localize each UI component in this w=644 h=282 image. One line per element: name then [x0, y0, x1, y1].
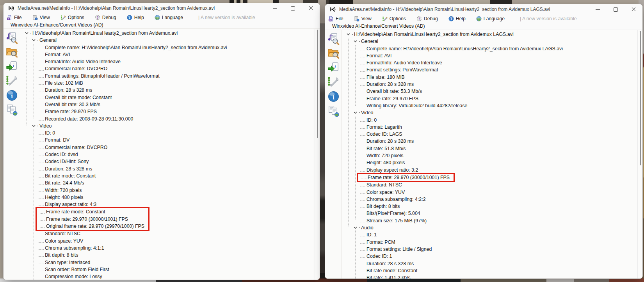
- tree-leaf-row[interactable]: Format/Info: Audio Video Interleave: [345, 59, 642, 66]
- tree-leaf-row[interactable]: Writing library: VirtualDub2 build 44282…: [345, 102, 642, 109]
- tree-branch-row[interactable]: General: [23, 37, 320, 44]
- update-notice[interactable]: | A new version is available: [198, 15, 255, 20]
- chevron-down-icon[interactable]: [25, 32, 29, 34]
- open-folder-icon[interactable]: [327, 46, 340, 60]
- tree-leaf-row[interactable]: Codec ID: 1: [345, 253, 642, 260]
- menu-language[interactable]: Language: [155, 15, 183, 20]
- tree-leaf-row[interactable]: Bit rate mode: Constant: [23, 172, 320, 179]
- tree-leaf-row[interactable]: Commercial name: DVCPRO: [23, 144, 320, 151]
- export-info-icon[interactable]: i: [327, 61, 340, 74]
- scrollbar-thumb[interactable]: [317, 30, 318, 138]
- menu-file[interactable]: File: [7, 15, 22, 20]
- tree-branch-row[interactable]: H:\Videohelp\Alan Romain\LinusHearty2_se…: [23, 30, 320, 37]
- export-info-icon[interactable]: i: [5, 60, 18, 73]
- tree-leaf-row[interactable]: Recorded date: 2008-09-28 09:11:30.000: [23, 115, 320, 122]
- tree-leaf-row[interactable]: Stream size: 175 MiB (97%): [345, 217, 642, 224]
- open-folder-icon[interactable]: [5, 45, 18, 59]
- tree-leaf-row[interactable]: Chroma subsampling: 4:2:2: [345, 196, 642, 203]
- tree-leaf-row[interactable]: Bit rate: 51.8 Mb/s: [345, 145, 642, 152]
- tree-leaf-row[interactable]: Duration: 28 s 328 ms: [23, 165, 320, 172]
- menu-debug[interactable]: ?Debug: [95, 15, 116, 20]
- tree-branch-row[interactable]: H:\Videohelp\Alan Romain\LinusHearty2_se…: [345, 31, 642, 38]
- tree-leaf-row[interactable]: Format: PCM: [345, 239, 642, 246]
- menu-debug[interactable]: ?Debug: [416, 16, 438, 21]
- tree-leaf-row[interactable]: Width: 720 pixels: [345, 152, 642, 159]
- menu-file[interactable]: File: [328, 16, 343, 21]
- tree-leaf-row[interactable]: Standard: NTSC: [23, 230, 320, 237]
- tree-leaf-row[interactable]: Chroma subsampling: 4:1:1: [23, 245, 320, 252]
- tree-leaf-row[interactable]: Compression mode: Lossy: [23, 273, 320, 280]
- tree-leaf-row[interactable]: Overall bit rate: 53.3 Mb/s: [345, 88, 642, 95]
- tree-branch-row[interactable]: Audio: [345, 224, 642, 231]
- tree-leaf-row[interactable]: Format: DV: [23, 137, 320, 144]
- tree-leaf-row[interactable]: Duration: 28 s 328 ms: [345, 138, 642, 145]
- ad-link[interactable]: Winxvideo AI-Enhance/Convert Videos (AD): [4, 22, 320, 29]
- tree-leaf-row[interactable]: Bit depth: 8 bits: [345, 203, 642, 210]
- tree-leaf-row[interactable]: Codec ID: LAGS: [345, 131, 642, 138]
- menu-help[interactable]: iHelp: [127, 15, 144, 20]
- menu-view[interactable]: View: [32, 15, 50, 20]
- about-icon[interactable]: i: [5, 89, 18, 102]
- tree-leaf-row[interactable]: Width: 720 pixels: [23, 187, 320, 194]
- title-bar[interactable]: MediaArea.net/MediaInfo - H:\Videohelp\A…: [325, 4, 642, 14]
- tree-leaf-row[interactable]: Overall bit rate mode: Constant: [23, 94, 320, 101]
- scrollbar-thumb[interactable]: [640, 31, 641, 165]
- chevron-down-icon[interactable]: [32, 39, 36, 41]
- chevron-down-icon[interactable]: [354, 112, 358, 114]
- tree-leaf-row[interactable]: Bits/(Pixel*Frame): 5.004: [345, 210, 642, 217]
- ad-link[interactable]: Winxvideo AI-Enhance/Convert Videos (AD): [325, 23, 642, 30]
- maximize-button[interactable]: [284, 3, 302, 13]
- preferences-icon[interactable]: [5, 74, 18, 87]
- tree-leaf-row[interactable]: Format/Info: Audio Video Interleave: [23, 58, 320, 65]
- update-notice[interactable]: | A new version is available: [520, 16, 576, 21]
- tree-leaf-row[interactable]: Codec ID: dvsd: [23, 151, 320, 158]
- tree-leaf-row[interactable]: Frame rate: 29.970 (30000/1001) FPS: [40, 216, 144, 223]
- vertical-scrollbar[interactable]: [637, 30, 642, 278]
- minimize-button[interactable]: [589, 4, 607, 14]
- tree-leaf-row[interactable]: Bit rate mode: Constant: [345, 267, 642, 274]
- copy-report-icon[interactable]: [5, 103, 18, 116]
- tree-leaf-row[interactable]: Standard: NTSC: [345, 181, 642, 188]
- menu-options[interactable]: Options: [60, 15, 84, 20]
- maximize-button[interactable]: [607, 4, 624, 14]
- tree-leaf-row[interactable]: Codec ID/Hint: Sony: [23, 158, 320, 165]
- tree-leaf-row[interactable]: ID: 0: [23, 129, 320, 137]
- tree-leaf-row[interactable]: Bit rate: 24.4 Mb/s: [23, 179, 320, 186]
- tree-leaf-row[interactable]: Format settings: PcmWaveformat: [345, 66, 642, 73]
- tree-leaf-row[interactable]: Format: AVI: [345, 52, 642, 59]
- tree-leaf-row[interactable]: Bit rate: 1 411.2 kb/s: [345, 274, 642, 278]
- about-icon[interactable]: i: [327, 90, 340, 103]
- close-button[interactable]: [302, 3, 320, 13]
- tree-leaf-row[interactable]: Format settings: BitmapInfoHeader / PcmW…: [23, 73, 320, 80]
- tree-leaf-row[interactable]: Overall bit rate: 30.3 Mb/s: [23, 101, 320, 108]
- tree-leaf-row[interactable]: Bit depth: 8 bits: [23, 252, 320, 259]
- tree-leaf-row[interactable]: Scan type: Interlaced: [23, 259, 320, 266]
- tree-leaf-row[interactable]: Complete name: H:\Videohelp\Alan Romain\…: [345, 45, 642, 52]
- vertical-scrollbar[interactable]: [315, 29, 320, 280]
- tree-leaf-row[interactable]: File size: 102 MiB: [23, 80, 320, 87]
- tree-branch-row[interactable]: Video: [23, 122, 320, 129]
- tree-leaf-row[interactable]: Color space: YUV: [23, 238, 320, 245]
- close-button[interactable]: [624, 4, 642, 14]
- chevron-down-icon[interactable]: [354, 40, 358, 43]
- tree-leaf-row[interactable]: Frame rate mode: Constant: [40, 208, 144, 215]
- minimize-button[interactable]: [266, 3, 284, 13]
- tree-leaf-row[interactable]: Frame rate: 29.970 FPS: [23, 108, 320, 115]
- tree-leaf-row[interactable]: Frame rate: 29.970 FPS: [345, 95, 642, 102]
- tree-leaf-row[interactable]: Duration: 28 s 328 ms: [345, 81, 642, 88]
- chevron-down-icon[interactable]: [347, 33, 351, 35]
- open-file-icon[interactable]: [5, 31, 18, 44]
- tree-leaf-row[interactable]: Original frame rate: 29.970 (29970/1000)…: [40, 223, 144, 230]
- tree-branch-row[interactable]: Video: [345, 109, 642, 116]
- tree-leaf-row[interactable]: File size: 180 MiB: [345, 74, 642, 81]
- tree-leaf-row[interactable]: Complete name: H:\Videohelp\Alan Romain\…: [23, 44, 320, 51]
- chevron-down-icon[interactable]: [354, 227, 358, 229]
- tree-leaf-row[interactable]: Height: 480 pixels: [345, 159, 642, 166]
- tree-branch-row[interactable]: General: [345, 38, 642, 45]
- menu-view[interactable]: View: [354, 16, 372, 21]
- menu-language[interactable]: Language: [476, 16, 505, 21]
- menu-help[interactable]: iHelp: [448, 16, 466, 21]
- tree-leaf-row[interactable]: Duration: 28 s 328 ms: [345, 260, 642, 267]
- tree-leaf-row[interactable]: Height: 480 pixels: [23, 194, 320, 201]
- copy-report-icon[interactable]: [327, 104, 340, 117]
